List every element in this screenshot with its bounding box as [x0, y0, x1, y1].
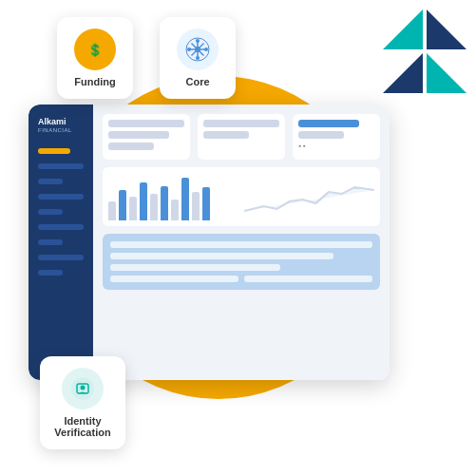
- core-card[interactable]: Core: [160, 17, 236, 99]
- scene: 💲 Funding Core Alka: [0, 0, 476, 476]
- svg-point-11: [204, 48, 208, 51]
- bar-4: [140, 182, 147, 220]
- triangle-1: [383, 10, 423, 49]
- bar-9: [192, 192, 200, 220]
- widget-2: [198, 114, 285, 160]
- svg-text:💲: 💲: [87, 42, 104, 58]
- line-item-4: [110, 276, 238, 282]
- triangles-decoration: [383, 10, 466, 93]
- svg-point-14: [81, 386, 86, 390]
- svg-point-9: [196, 56, 200, 60]
- line-chart: [244, 173, 374, 220]
- dashboard-main: ● ●: [93, 105, 390, 380]
- dashboard-sidebar: Alkami FINANCIAL: [29, 105, 93, 380]
- line-item-2: [110, 253, 333, 259]
- sidebar-item-5[interactable]: [38, 209, 63, 215]
- identity-icon: [69, 375, 96, 402]
- funding-icon: 💲: [83, 37, 107, 62]
- identity-label: Identity Verification: [53, 415, 112, 438]
- chart-row: [103, 167, 380, 226]
- widget-bar-7: [298, 131, 344, 139]
- widget-bar-3: [108, 143, 154, 150]
- sidebar-item-6[interactable]: [38, 224, 84, 230]
- sidebar-item-8[interactable]: [38, 255, 84, 260]
- sidebar-item-9[interactable]: [38, 270, 63, 276]
- funding-label: Funding: [74, 76, 115, 87]
- logo-sub: FINANCIAL: [38, 127, 84, 133]
- widget-1: [103, 114, 190, 160]
- bottom-widget: [103, 234, 380, 290]
- bottom-widget-row: [110, 276, 372, 282]
- dashboard-card: Alkami FINANCIAL: [29, 105, 390, 380]
- sidebar-item-1[interactable]: [38, 148, 70, 154]
- bar-5: [150, 194, 158, 220]
- bar-chart: [108, 173, 238, 220]
- line-item-1: [110, 241, 372, 248]
- triangle-2: [427, 10, 466, 49]
- bar-6: [161, 186, 168, 220]
- sidebar-logo: Alkami FINANCIAL: [38, 118, 84, 133]
- widget-bar-4: [203, 120, 279, 127]
- bar-1: [108, 201, 116, 220]
- line-item-5: [244, 276, 372, 282]
- core-label: Core: [185, 76, 209, 87]
- funding-card[interactable]: 💲 Funding: [57, 17, 133, 99]
- triangle-3: [383, 53, 423, 93]
- identity-card[interactable]: Identity Verification: [40, 356, 125, 449]
- identity-icon-circle: [62, 368, 104, 409]
- widget-bar-1: [108, 120, 184, 127]
- triangle-4: [427, 53, 466, 93]
- bar-7: [171, 200, 179, 220]
- funding-icon-circle: 💲: [74, 29, 116, 70]
- line-chart-svg: [244, 173, 374, 220]
- widget-3: ● ●: [293, 114, 380, 160]
- sidebar-item-4[interactable]: [38, 194, 84, 200]
- sidebar-item-3[interactable]: [38, 179, 63, 184]
- bar-3: [129, 197, 137, 220]
- widget-bar-5: [203, 131, 249, 139]
- svg-point-10: [187, 48, 191, 51]
- bar-2: [119, 190, 126, 220]
- line-item-3: [110, 264, 280, 271]
- core-icon: [184, 36, 211, 63]
- bar-10: [202, 187, 210, 220]
- logo-text: Alkami: [38, 118, 84, 127]
- widget-bar-6: [298, 120, 359, 127]
- widget-tag: ● ●: [298, 143, 374, 148]
- sidebar-item-7[interactable]: [38, 239, 63, 245]
- svg-point-8: [196, 39, 200, 43]
- bar-8: [181, 178, 189, 220]
- top-widgets-row: ● ●: [103, 114, 380, 160]
- core-icon-circle: [177, 29, 219, 70]
- widget-bar-2: [108, 131, 169, 139]
- sidebar-item-2[interactable]: [38, 163, 84, 169]
